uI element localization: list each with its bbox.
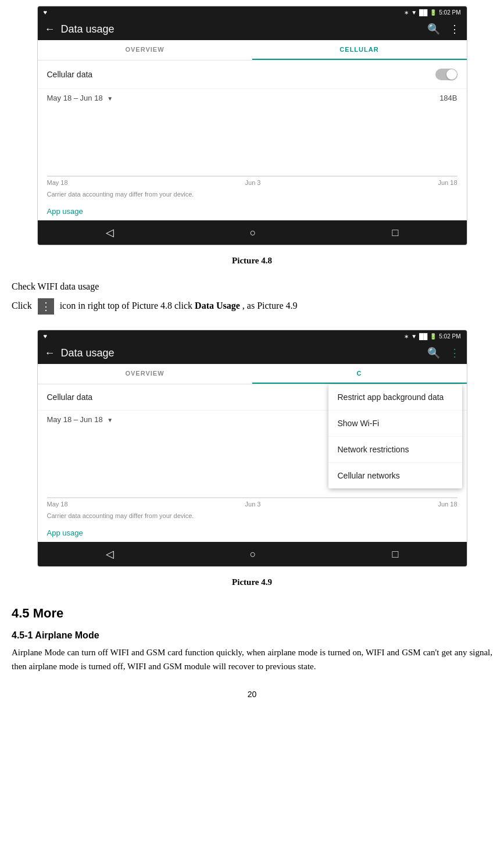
picture-4-9-frame: ♥ ∗ ▼ ██ 🔋 5:02 PM ← Data usage 🔍 ⋮ OVER…	[37, 330, 467, 567]
header-left-2: ← Data usage	[45, 347, 115, 359]
app-header-2: ← Data usage 🔍 ⋮	[38, 342, 467, 364]
wifi-icon-2: ▼	[411, 333, 417, 340]
date-range-2[interactable]: May 18 – Jun 18 ▼	[47, 415, 113, 424]
tabs-row-2: OVERVIEW C	[38, 364, 467, 384]
tabs-row-1: OVERVIEW CELLULAR	[38, 40, 467, 60]
content-with-dropdown: Cellular data May 18 – Jun 18 ▼ May 18 J…	[38, 384, 467, 542]
status-bar-left-2: ♥	[44, 333, 48, 340]
bottom-nav-2: ◁ ○ □	[38, 542, 467, 566]
usb-icon: ♥	[44, 9, 48, 16]
cellular-data-toggle-1[interactable]	[435, 69, 457, 80]
text-between: Check WIFI data usage Click ⋮ icon in ri…	[0, 275, 504, 324]
instruction-mid: icon in right top of Picture 4.8 click	[60, 301, 192, 310]
dropdown-item-restrict[interactable]: Restrict app background data	[328, 384, 462, 410]
dropdown-item-wifi[interactable]: Show Wi-Fi	[328, 410, 462, 437]
status-bar-1: ♥ ∗ ▼ ██ 🔋 5:02 PM	[38, 6, 467, 18]
page-title-1: Data usage	[61, 23, 115, 35]
date-range-1[interactable]: May 18 – Jun 18 ▼	[47, 94, 113, 102]
carrier-note-2: Carrier data accounting may differ from …	[38, 510, 467, 524]
header-icons-2: 🔍 ⋮	[427, 347, 460, 359]
click-word: Click	[12, 301, 32, 310]
nav-recents-2[interactable]: □	[392, 548, 399, 560]
app-usage-link-1[interactable]: App usage	[38, 202, 467, 220]
data-usage-bold: Data Usage	[195, 301, 240, 310]
caption-4-9: Picture 4.9	[0, 573, 504, 597]
date-row-1: May 18 – Jun 18 ▼ 184B	[38, 89, 467, 107]
signal-icon-2: ██	[419, 333, 427, 340]
carrier-note-1: Carrier data accounting may differ from …	[38, 188, 467, 202]
signal-icon: ██	[419, 9, 427, 16]
chart-line-1	[47, 176, 457, 176]
instruction-line: Click ⋮ icon in right top of Picture 4.8…	[12, 298, 492, 315]
chart-labels-2: May 18 Jun 3 Jun 18	[38, 498, 467, 510]
picture-4-8-frame: ♥ ∗ ▼ ██ 🔋 5:02 PM ← Data usage 🔍 ⋮ OVER…	[37, 6, 467, 245]
usb-icon-2: ♥	[44, 333, 48, 340]
date-arrow-1: ▼	[107, 95, 113, 102]
status-bar-right-2: ∗ ▼ ██ 🔋 5:02 PM	[404, 333, 460, 340]
bluetooth-icon: ∗	[404, 9, 409, 16]
status-bar-left-1: ♥	[44, 9, 48, 16]
tab-cellular-2[interactable]: C	[252, 364, 467, 384]
tab-overview-2[interactable]: OVERVIEW	[38, 364, 252, 384]
wifi-icon: ▼	[411, 9, 417, 16]
date-arrow-2: ▼	[107, 417, 113, 423]
page-title-2: Data usage	[61, 347, 115, 359]
dropdown-item-network[interactable]: Network restrictions	[328, 437, 462, 463]
section-45-heading: 4.5 More	[0, 597, 504, 626]
search-icon-2[interactable]: 🔍	[427, 347, 440, 359]
tab-cellular-1[interactable]: CELLULAR	[252, 40, 467, 60]
chart-label-center-2: Jun 3	[245, 501, 261, 508]
tab-overview-1[interactable]: OVERVIEW	[38, 40, 252, 60]
chart-label-left-1: May 18	[47, 179, 68, 186]
inline-menu-icon: ⋮	[38, 298, 54, 315]
back-button-2[interactable]: ←	[45, 347, 55, 359]
header-left-1: ← Data usage	[45, 23, 115, 35]
caption-4-8: Picture 4.8	[0, 251, 504, 275]
nav-back-1[interactable]: ◁	[106, 226, 114, 239]
chart-line-2	[47, 497, 457, 498]
cellular-data-row-1: Cellular data	[38, 60, 467, 89]
data-size-1: 184B	[439, 94, 457, 102]
app-usage-link-2[interactable]: App usage	[38, 524, 467, 542]
section-45-subheading: 4.5-1 Airplane Mode	[0, 626, 504, 643]
chart-label-right-2: Jun 18	[438, 501, 457, 508]
bottom-nav-1: ◁ ○ □	[38, 220, 467, 245]
chart-area-1	[47, 107, 457, 177]
bluetooth-icon-2: ∗	[404, 333, 409, 340]
time-display-2: 5:02 PM	[439, 333, 460, 340]
wifi-heading: Check WIFI data usage	[12, 280, 492, 294]
content-area-1: Cellular data May 18 – Jun 18 ▼ 184B May…	[38, 60, 467, 220]
section-45-body: Airplane Mode can turn off WIFI and GSM …	[0, 643, 504, 680]
more-icon-2[interactable]: ⋮	[449, 347, 460, 359]
page-number: 20	[0, 680, 504, 704]
chart-label-left-2: May 18	[47, 501, 68, 508]
battery-icon-2: 🔋	[430, 333, 437, 340]
dropdown-item-cellular[interactable]: Cellular networks	[328, 463, 462, 488]
cellular-data-label-1: Cellular data	[47, 70, 93, 79]
nav-home-1[interactable]: ○	[250, 227, 256, 239]
nav-home-2[interactable]: ○	[250, 548, 256, 560]
chart-labels-1: May 18 Jun 3 Jun 18	[38, 177, 467, 188]
instruction-end: , as Picture 4.9	[242, 301, 298, 310]
app-header-1: ← Data usage 🔍 ⋮	[38, 18, 467, 40]
status-bar-2: ♥ ∗ ▼ ██ 🔋 5:02 PM	[38, 330, 467, 342]
battery-icon: 🔋	[430, 9, 437, 16]
more-icon-1[interactable]: ⋮	[449, 23, 460, 35]
cellular-data-label-2: Cellular data	[47, 392, 93, 402]
back-button-1[interactable]: ←	[45, 23, 55, 35]
time-display-1: 5:02 PM	[439, 9, 460, 16]
nav-recents-1[interactable]: □	[392, 227, 399, 239]
chart-label-right-1: Jun 18	[438, 179, 457, 186]
header-icons-1: 🔍 ⋮	[427, 23, 460, 35]
status-bar-right-1: ∗ ▼ ██ 🔋 5:02 PM	[404, 9, 460, 16]
search-icon-1[interactable]: 🔍	[427, 23, 440, 35]
chart-label-center-1: Jun 3	[245, 179, 261, 186]
nav-back-2[interactable]: ◁	[106, 548, 114, 560]
dropdown-menu: Restrict app background data Show Wi-Fi …	[328, 384, 462, 488]
